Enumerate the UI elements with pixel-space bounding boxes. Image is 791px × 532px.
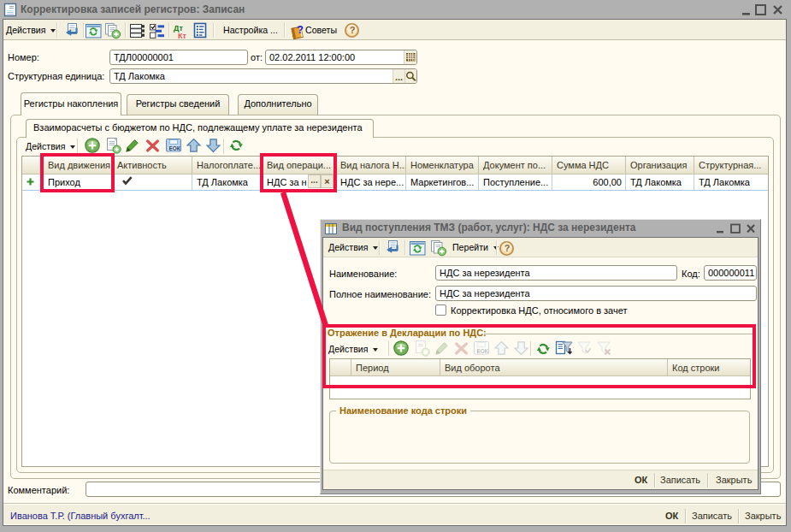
svg-text:Кт: Кт — [178, 32, 186, 40]
svg-text:?: ? — [350, 25, 356, 35]
svg-text:?: ? — [297, 23, 304, 36]
svg-text:?: ? — [505, 243, 511, 253]
